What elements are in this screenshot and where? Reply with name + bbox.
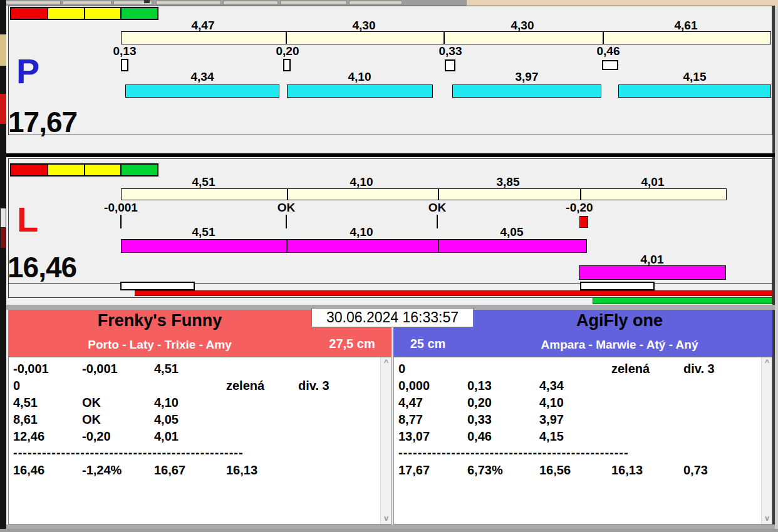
background-strip-segment [3,1,61,5]
vertical-scrollbar[interactable]: ^ v [380,357,391,524]
table-cell [539,362,611,376]
table-cell [298,429,367,444]
team-name: AgiFly one [467,311,772,330]
diff-label: OK [400,201,475,215]
sector-time-label: 4,15 [657,70,732,84]
traffic-light-segment-yellow [48,165,85,175]
sector-time-label: 4,51 [166,225,241,239]
sector-time-label: 3,97 [489,70,564,84]
diff-tick [437,215,438,228]
table-row: 13,07 0,46 4,15 [398,429,752,444]
table-cell [154,379,226,393]
split-time-label: 4,30 [326,19,402,33]
table-cell: 12,46 [13,429,82,444]
diff-tick [120,215,122,228]
traffic-light-segment-yellow [48,8,85,19]
vertical-scrollbar[interactable]: ^ v [761,357,772,524]
table-cell: 16,67 [154,463,226,478]
table-cell: 0,13 [467,379,539,393]
section-divider [6,153,775,157]
table-cell [611,429,683,444]
table-cell [226,362,298,376]
dashed-line: ----------------------------------------… [13,446,244,460]
table-cell: 4,10 [539,396,611,410]
progress-marker-box [120,282,195,290]
split-times-bar-p [121,31,771,44]
table-row: 4,51 OK 4,10 [13,396,367,410]
table-cell: 4,01 [154,429,226,444]
background-fragment [1,208,6,227]
table-cell [611,379,683,393]
table-divider-row: ----------------------------------------… [398,446,629,460]
diff-label: 0,20 [250,44,325,58]
scroll-up-icon[interactable]: ^ [762,357,772,368]
table-cell: 3,97 [539,412,611,427]
traffic-light-segment-yellow [85,8,122,19]
table-cell: -0,001 [82,362,154,376]
table-cell: 0,73 [683,463,752,478]
scroll-down-icon[interactable]: v [762,513,772,524]
table-cell: 6,73% [467,463,539,478]
table-cell [298,396,367,410]
table-cell: 4,10 [154,396,226,410]
table-cell [683,412,752,427]
jump-height: 27,5 cm [315,337,389,351]
diff-marker [445,59,455,71]
sector-time-label: 4,10 [322,70,397,84]
traffic-light-segment-green [122,165,157,175]
table-cell: 0,000 [398,379,467,393]
diff-marker [602,60,618,70]
table-cell: 0,46 [467,429,539,444]
diff-label: -0,001 [83,201,158,215]
table-cell [298,412,367,427]
track-l-letter: L [17,202,38,237]
diff-label: -0,20 [542,201,617,215]
split-time-label: 4,51 [166,175,241,189]
table-cell [226,396,298,410]
background-fragment [0,94,6,124]
fault-marker [579,216,588,228]
table-cell: zelená [226,379,298,393]
bar-divider [443,32,445,44]
sector-bar [125,84,279,98]
scroll-down-icon[interactable]: v [381,513,392,524]
table-cell: 16,13 [611,463,683,478]
split-time-label: 4,10 [324,175,399,189]
table-row: 4,47 0,20 4,10 [398,396,752,410]
sector-bar [579,265,726,280]
sector-time-label: 4,01 [615,253,690,267]
table-cell [298,362,367,376]
table-cell [683,379,752,393]
scroll-up-icon[interactable]: ^ [381,357,392,368]
background-strip-segment [223,1,278,5]
diff-marker [283,59,291,71]
bar-divider [286,240,288,252]
table-row: 0 zelená div. 3 [398,362,752,376]
sector-time-label: 4,10 [324,225,399,239]
dashed-line: ----------------------------------------… [398,446,629,460]
traffic-light-segment-yellow [85,165,122,175]
table-cell: -1,24% [82,463,154,478]
track-l-total-time: 16,46 [8,253,76,282]
background-strip-segment [349,1,402,5]
table-cell [683,396,752,410]
window-right-sliver [775,6,778,529]
diff-marker [121,59,128,71]
team-dogs: Ampara - Marwie - Atý - Aný [467,338,772,352]
table-cell [611,412,683,427]
table-cell [298,463,367,478]
table-cell: 16,56 [539,463,611,478]
table-cell: 4,47 [398,396,467,410]
bar-divider [603,32,604,44]
table-cell [82,379,154,393]
diff-label: 0,13 [87,44,162,58]
traffic-light-segment-red [11,8,48,19]
sector-bar [452,84,601,98]
table-summary-row: 16,46 -1,24% 16,67 16,13 [13,463,367,478]
table-cell: 16,46 [13,463,82,478]
sector-time-label: 4,34 [165,70,240,84]
split-time-label: 4,47 [165,19,241,33]
table-cell: zelená [611,362,683,376]
background-strip-tan [467,0,778,6]
table-cell [226,412,298,427]
